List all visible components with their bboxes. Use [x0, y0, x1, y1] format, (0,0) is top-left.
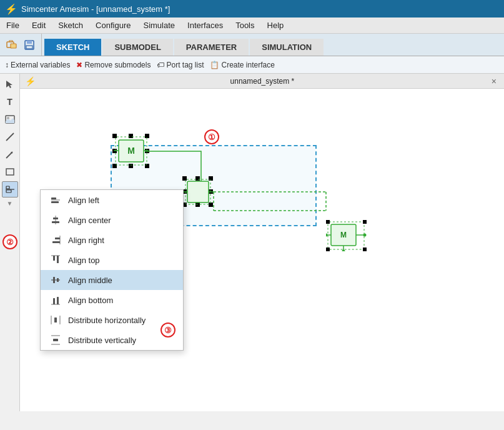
external-variables-icon: ↕ [5, 61, 9, 69]
annotation-3: ③ [161, 322, 175, 338]
canvas-tab-close[interactable]: × [489, 76, 499, 86]
component-3[interactable]: M [326, 220, 367, 253]
menu-simulate[interactable]: Simulate [137, 19, 181, 32]
dropdown-align-top[interactable]: Align top [41, 250, 183, 270]
dropdown-align-center[interactable]: Align center [41, 210, 183, 230]
title-bar: ⚡ Simcenter Amesim - [unnamed_system *] [0, 0, 504, 18]
menu-configure[interactable]: Configure [89, 19, 137, 32]
dist-vert-icon [49, 334, 62, 346]
svg-rect-69 [57, 297, 59, 304]
svg-rect-4 [26, 46, 32, 49]
svg-marker-5 [6, 81, 12, 88]
align-top-label: Align top [68, 256, 100, 265]
component-1[interactable]: M [112, 134, 150, 170]
svg-rect-12 [6, 190, 11, 192]
menu-sketch[interactable]: Sketch [52, 19, 89, 32]
toolbar-open-btn[interactable] [4, 37, 20, 53]
dist-vert-label: Distribute vertically [68, 336, 136, 345]
svg-rect-48 [326, 220, 330, 224]
align-left-label: Align left [68, 196, 99, 205]
tool-image[interactable] [2, 111, 18, 128]
svg-rect-35 [187, 181, 209, 202]
annotation-1: ① [204, 129, 219, 144]
svg-rect-3 [27, 41, 32, 44]
tool-line[interactable] [2, 129, 18, 145]
svg-rect-75 [53, 339, 58, 341]
tab-sketch[interactable]: SKETCH [44, 39, 101, 56]
dropdown-align-left[interactable]: Align left [41, 190, 183, 210]
dropdown-align-bottom[interactable]: Align bottom [41, 290, 183, 310]
tool-arrow[interactable] [2, 146, 18, 162]
annotation-2: ② [2, 234, 17, 249]
component-1-svg: M [112, 134, 150, 168]
action-remove-submodels[interactable]: ✖ Remove submodels [76, 61, 151, 69]
menu-help[interactable]: Help [261, 19, 290, 32]
tab-simulation[interactable]: SIMULATION [250, 39, 324, 56]
svg-rect-28 [195, 176, 200, 181]
svg-rect-10 [6, 169, 14, 175]
dropdown-align-middle[interactable]: Align middle [41, 270, 183, 290]
svg-point-44 [326, 234, 328, 237]
menu-bar: File Edit Sketch Configure Simulate Inte… [0, 18, 504, 34]
tool-rect[interactable] [2, 164, 18, 180]
align-top-icon [49, 254, 62, 266]
tool-align[interactable] [2, 181, 18, 198]
align-middle-label: Align middle [68, 276, 112, 285]
port-tag-icon: 🏷 [157, 61, 164, 69]
svg-rect-49 [363, 220, 367, 224]
svg-rect-20 [129, 164, 133, 168]
tab-submodel[interactable]: SUBMODEL [102, 39, 172, 56]
svg-rect-72 [54, 318, 57, 322]
menu-interfaces[interactable]: Interfaces [181, 19, 229, 32]
app-icon: ⚡ [5, 3, 17, 15]
dist-horiz-icon [49, 314, 62, 326]
component-3-svg: M [326, 220, 367, 251]
svg-line-8 [6, 133, 14, 141]
align-right-icon [49, 234, 62, 246]
svg-rect-34 [209, 202, 213, 207]
action-create-interface[interactable]: 📋 Create interface [210, 61, 274, 69]
dist-horiz-label: Distribute horizontally [68, 316, 146, 325]
dropdown-align-right[interactable]: Align right [41, 230, 183, 250]
svg-rect-29 [209, 176, 213, 181]
svg-rect-1 [11, 44, 16, 48]
svg-point-46 [342, 250, 345, 252]
action-port-tag-list[interactable]: 🏷 Port tag list [157, 61, 204, 69]
svg-rect-19 [112, 164, 117, 168]
component-2[interactable] [182, 176, 214, 209]
svg-rect-68 [53, 298, 55, 304]
tool-dropdown[interactable]: ▼ [6, 199, 14, 208]
svg-rect-51 [363, 248, 367, 251]
svg-rect-66 [57, 278, 59, 282]
menu-file[interactable]: File [0, 19, 26, 32]
svg-rect-11 [6, 186, 9, 189]
svg-rect-50 [326, 248, 330, 251]
align-center-label: Align center [68, 216, 111, 225]
tool-text[interactable]: T [2, 94, 18, 110]
menu-edit[interactable]: Edit [26, 19, 52, 32]
svg-rect-54 [51, 201, 59, 203]
svg-rect-56 [53, 218, 58, 219]
remove-submodels-icon: ✖ [76, 61, 82, 69]
component-2-svg [182, 176, 214, 208]
svg-point-43 [363, 234, 367, 237]
canvas-tab: ⚡ unnamed_system * × [20, 74, 504, 89]
svg-rect-53 [51, 198, 56, 199]
tab-parameter[interactable]: PARAMETER [174, 39, 249, 56]
svg-text:M: M [340, 231, 347, 239]
toolbar-save-btn[interactable] [21, 37, 37, 53]
svg-rect-62 [53, 256, 55, 261]
menu-tools[interactable]: Tools [229, 19, 260, 32]
action-external-variables[interactable]: ↕ External variables [5, 61, 70, 69]
svg-rect-63 [57, 256, 59, 263]
canvas-area[interactable]: ⚡ unnamed_system * × [20, 74, 504, 411]
action-bar: ↕ External variables ✖ Remove submodels … [0, 56, 504, 74]
svg-rect-14 [112, 134, 117, 138]
align-center-icon [49, 214, 62, 226]
create-interface-icon: 📋 [210, 61, 219, 69]
canvas-tab-title: unnamed_system * [36, 77, 489, 86]
svg-text:M: M [127, 146, 135, 156]
svg-rect-16 [145, 134, 149, 138]
svg-rect-65 [53, 277, 55, 283]
tool-select[interactable] [2, 76, 18, 92]
